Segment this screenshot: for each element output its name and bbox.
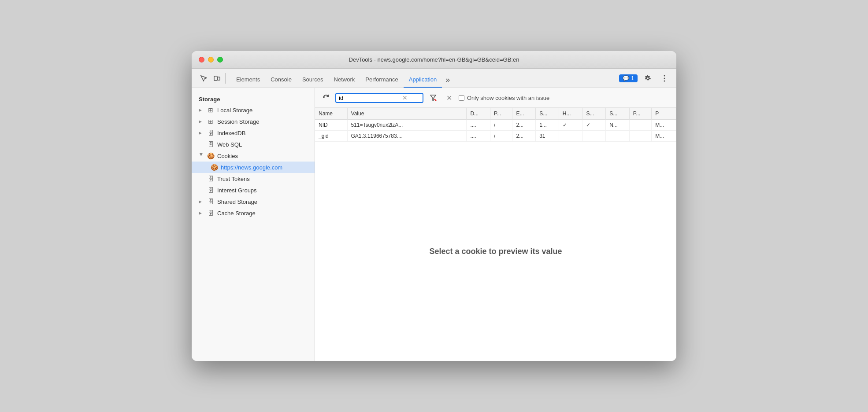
device-toolbar-button[interactable]	[210, 72, 223, 85]
sidebar-label: Session Storage	[217, 118, 259, 125]
svg-point-2	[664, 75, 665, 76]
cell-expires: 2...	[512, 120, 536, 131]
cookies-icon: 🍪	[207, 152, 215, 159]
table-row[interactable]: _gid GA1.3.1196675783.... .... / 2... 31…	[315, 131, 676, 142]
sidebar-label: IndexedDB	[217, 130, 245, 136]
content-area: Storage ▶ ⊞ Local Storage ▶ ⊞ Session St…	[192, 88, 676, 361]
svg-point-3	[664, 77, 665, 79]
cell-path: /	[490, 131, 512, 142]
minimize-button[interactable]	[208, 57, 214, 63]
only-issues-label[interactable]: Only show cookies with an issue	[459, 95, 549, 101]
cell-path: /	[490, 120, 512, 131]
sidebar-item-cookies-url[interactable]: 🍪 https://news.google.com	[192, 162, 315, 173]
col-domain: D...	[467, 108, 490, 120]
arrow-icon: ▶	[199, 108, 204, 112]
cache-storage-icon: 🗄	[207, 210, 215, 217]
tab-application[interactable]: Application	[404, 72, 442, 88]
inspect-tool-button[interactable]	[197, 72, 210, 85]
tab-console[interactable]: Console	[265, 72, 297, 88]
table-header-row: Name Value D... P... E... S... H... S...…	[315, 108, 676, 120]
cell-expires: 2...	[512, 131, 536, 142]
table-row[interactable]: NID 511=Tsugv0nux2lzA... .... / 2... 1..…	[315, 120, 676, 131]
preview-text: Select a cookie to preview its value	[429, 247, 562, 256]
col-httponly: H...	[559, 108, 582, 120]
storage-section-label: Storage	[192, 93, 315, 104]
col-partitioned: P	[652, 108, 676, 120]
col-secure: S...	[582, 108, 606, 120]
cell-domain: ....	[467, 131, 490, 142]
more-options-button[interactable]	[658, 72, 671, 85]
sidebar-item-cache-storage[interactable]: ▶ 🗄 Cache Storage	[192, 207, 315, 219]
arrow-icon: ▶	[199, 119, 204, 124]
close-filter-button[interactable]: ✕	[443, 92, 455, 104]
refresh-button[interactable]	[320, 92, 332, 103]
close-button[interactable]	[199, 57, 204, 63]
cell-priority	[629, 120, 651, 131]
chat-badge[interactable]: 💬 1	[619, 74, 638, 82]
toolbar-right: 💬 1	[619, 72, 671, 85]
cookies-table-container: Name Value D... P... E... S... H... S...…	[315, 108, 676, 142]
tab-elements[interactable]: Elements	[231, 72, 265, 88]
local-storage-icon: ⊞	[207, 107, 215, 114]
cell-size: 31	[536, 131, 559, 142]
tab-network[interactable]: Network	[329, 72, 360, 88]
cell-name: NID	[315, 120, 347, 131]
col-value: Value	[347, 108, 467, 120]
sidebar-item-shared-storage[interactable]: ▶ 🗄 Shared Storage	[192, 196, 315, 207]
trust-tokens-icon: 🗄	[207, 175, 215, 182]
cell-partitioned: M...	[652, 131, 676, 142]
sidebar-item-session-storage[interactable]: ▶ ⊞ Session Storage	[192, 116, 315, 127]
web-sql-icon: 🗄	[207, 141, 215, 148]
filter-button[interactable]	[427, 92, 439, 104]
sidebar-item-indexeddb[interactable]: ▶ 🗄 IndexedDB	[192, 127, 315, 139]
arrow-icon: ▶	[199, 199, 204, 204]
tab-performance[interactable]: Performance	[360, 72, 403, 88]
cell-size: 1...	[536, 120, 559, 131]
sidebar-item-trust-tokens[interactable]: ▶ 🗄 Trust Tokens	[192, 173, 315, 184]
chat-count: 1	[631, 75, 634, 81]
sidebar-label: Interest Groups	[217, 187, 257, 194]
preview-panel: Select a cookie to preview its value	[315, 142, 676, 361]
col-priority: P...	[629, 108, 651, 120]
interest-groups-icon: 🗄	[207, 187, 215, 194]
col-size: S...	[536, 108, 559, 120]
only-issues-checkbox[interactable]	[459, 95, 464, 101]
clear-search-button[interactable]: ✕	[402, 95, 408, 101]
indexeddb-icon: 🗄	[207, 129, 215, 136]
only-issues-text: Only show cookies with an issue	[467, 95, 549, 101]
sidebar-label: Trust Tokens	[217, 176, 250, 182]
cell-domain: ....	[467, 120, 490, 131]
cookie-url-icon: 🍪	[210, 164, 218, 171]
sidebar-label: Cache Storage	[217, 210, 256, 217]
cell-httponly: ✓	[559, 120, 582, 131]
col-expires: E...	[512, 108, 536, 120]
sidebar-label: Shared Storage	[217, 199, 257, 205]
more-tabs-button[interactable]: »	[442, 72, 453, 88]
settings-button[interactable]	[641, 72, 654, 85]
sidebar: Storage ▶ ⊞ Local Storage ▶ ⊞ Session St…	[192, 88, 315, 361]
sidebar-item-local-storage[interactable]: ▶ ⊞ Local Storage	[192, 104, 315, 116]
tab-bar: Elements Console Sources Network Perform…	[231, 69, 453, 88]
arrow-open-icon: ▶	[199, 153, 204, 158]
toolbar: Elements Console Sources Network Perform…	[192, 69, 676, 88]
cell-samesite: N...	[606, 120, 630, 131]
cell-secure	[582, 131, 606, 142]
sidebar-label: Cookies	[217, 153, 238, 159]
sidebar-item-interest-groups[interactable]: ▶ 🗄 Interest Groups	[192, 184, 315, 196]
devtools-window: DevTools - news.google.com/home?hl=en-GB…	[192, 51, 676, 361]
sidebar-item-web-sql[interactable]: ▶ 🗄 Web SQL	[192, 139, 315, 150]
toolbar-separator	[225, 73, 226, 84]
search-box: ✕	[335, 93, 423, 103]
svg-rect-0	[214, 76, 217, 81]
col-samesite: S...	[606, 108, 630, 120]
sidebar-label: Web SQL	[217, 141, 242, 148]
sidebar-item-cookies[interactable]: ▶ 🍪 Cookies	[192, 150, 315, 162]
maximize-button[interactable]	[217, 57, 223, 63]
cookies-table: Name Value D... P... E... S... H... S...…	[315, 108, 676, 142]
search-input[interactable]	[339, 95, 401, 101]
tab-sources[interactable]: Sources	[297, 72, 329, 88]
cell-samesite	[606, 131, 630, 142]
sidebar-label: Local Storage	[217, 107, 252, 114]
cell-value: GA1.3.1196675783....	[347, 131, 467, 142]
svg-line-6	[434, 99, 436, 101]
